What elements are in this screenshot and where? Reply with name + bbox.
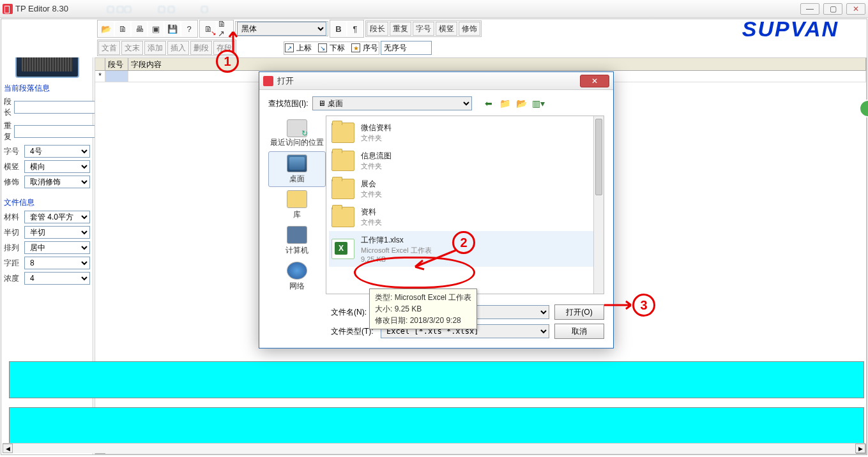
paragraph-icon[interactable]: ¶ [347,21,363,36]
insert-button[interactable]: 插入 [167,41,189,55]
dialog-app-icon [263,76,273,86]
maximize-button[interactable]: ▢ [823,3,842,15]
folder-icon [331,179,354,199]
new-folder-icon[interactable]: 📂 [515,97,528,110]
row-marker: * [95,71,105,82]
scroll-right-icon-2[interactable]: ▶ [855,444,865,453]
density-label: 浓度 [4,273,22,284]
density-select[interactable]: 4 [24,272,90,285]
preview-strip-2 [9,407,864,444]
place-computer[interactable]: 计算机 [268,223,326,258]
window-close-button[interactable]: ✕ [846,3,865,15]
folder-icon [331,207,354,227]
up-folder-icon[interactable]: 📁 [499,97,512,110]
minimize-button[interactable]: — [800,3,819,15]
align-label: 排列 [4,243,22,253]
superscript-label: 上标 [296,43,312,54]
fontsize-button[interactable]: 字号 [413,22,434,36]
subscript-checkbox[interactable]: ↘ [318,43,327,52]
mat-select[interactable]: 套管 4.0平方 [24,211,90,223]
col-content: 字段内容 [128,58,866,70]
preview-strip-1 [9,361,864,398]
spacing-label: 字距 [4,258,22,269]
app-icon [3,4,13,14]
open-file-icon[interactable]: 📂 [98,21,114,36]
subscript-label: 下标 [330,43,345,54]
font-label: 字号 [4,146,22,157]
place-desktop[interactable]: 桌面 [268,151,326,187]
file-list[interactable]: 微信资料文件夹 信息流图文件夹 展会文件夹 资料文件夹 工作簿1.xlsxMic… [326,116,604,294]
app-title: TP Editor 8.30 [15,4,68,13]
deco-label: 修饰 [4,177,22,188]
scroll-left-icon-2[interactable]: ◀ [3,444,13,453]
bold-icon[interactable]: B [331,21,346,36]
background-tabs: ▢ ▢▢▢ ▢▢ [107,4,208,13]
export-icon[interactable]: 🗎↗ [217,21,232,36]
doc-start-button[interactable]: 文首 [98,41,120,55]
doc-end-button[interactable]: 文末 [121,41,143,55]
print-icon[interactable]: 🖶 [132,21,147,36]
dialog-titlebar[interactable]: 打开 ✕ [259,72,613,90]
sequence-input[interactable] [381,41,432,55]
save-icon[interactable]: 💾 [165,21,180,36]
mat-label: 材料 [4,212,22,223]
add-button[interactable]: 添加 [144,41,166,55]
brand-logo: SUPVAN [742,17,839,41]
place-recent[interactable]: 最近访问的位置 [268,116,326,151]
list-item[interactable]: 微信资料文件夹 [329,119,601,147]
help-icon[interactable]: ? [181,21,197,36]
sequence-label: 序号 [363,43,378,54]
location-select[interactable]: 🖥 桌面 [312,96,472,110]
folder-icon [331,123,354,143]
section-current: 当前段落信息 [1,82,93,95]
excel-file-icon [331,239,354,259]
bottom-scrollbar[interactable]: ◀ ▶ [3,443,865,453]
len-label: 段长 [4,96,11,118]
file-tooltip: 类型: Microsoft Excel 工作表 大小: 9.25 KB 修改日期… [369,288,477,329]
open-button[interactable]: 打开(O) [554,304,604,320]
sequence-checkbox[interactable]: ★ [351,43,360,52]
folder-icon [331,151,354,171]
orientation-button[interactable]: 横竖 [436,22,457,36]
dir-label: 横竖 [4,161,22,172]
window-titlebar: TP Editor 8.30 ▢ ▢▢▢ ▢▢ — ▢ ✕ [0,0,868,18]
dir-select[interactable]: 横向 [24,160,90,173]
back-icon[interactable]: ⬅ [482,97,495,110]
list-item[interactable]: 信息流图文件夹 [329,147,601,175]
decoration-button[interactable]: 修饰 [459,22,480,36]
stop-icon[interactable]: ▣ [148,21,164,36]
cut-select[interactable]: 半切 [24,226,90,239]
lookup-label: 查找范围(I): [268,98,308,109]
import-icon[interactable]: 🗎↘ [201,21,216,36]
col-segno: 段号 [105,58,128,70]
toolbar-row-1: 📂 🗎 🖶 ▣ 💾 ? 🗎↘ 🗎↗ 黑体 B ¶ 段长 重复 字号 横竖 修饰 … [1,19,867,38]
repeat-button[interactable]: 重复 [390,22,411,36]
places-bar: 最近访问的位置 桌面 库 计算机 网络 [268,116,326,294]
dialog-title: 打开 [277,75,294,87]
place-network[interactable]: 网络 [268,258,326,294]
delete-seg-button[interactable]: 删段 [190,41,212,55]
deco-select[interactable]: 取消修饰 [24,176,90,188]
toolbar-row-2: 文首 文末 添加 插入 删段 存段 ↗ 上标 ↘ 下标 ★ 序号 [1,38,867,57]
font-select[interactable]: 黑体 [237,22,326,36]
cut-label: 半切 [4,227,22,238]
file-list-scrollbar[interactable] [593,116,604,294]
device-image [15,57,79,78]
list-item-excel[interactable]: 工作簿1.xlsxMicrosoft Excel 工作表9.25 KB [329,231,601,267]
place-library[interactable]: 库 [268,187,326,223]
superscript-checkbox[interactable]: ↗ [285,43,294,52]
seglen-button[interactable]: 段长 [367,22,388,36]
font-select-left[interactable]: 4号 [24,145,90,158]
rep-label: 重复 [4,121,11,142]
list-item[interactable]: 展会文件夹 [329,175,601,203]
list-item[interactable]: 资料文件夹 [329,203,601,231]
save-seg-button[interactable]: 存段 [213,41,235,55]
grid-header: 段号 字段内容 [95,58,866,71]
new-file-icon[interactable]: 🗎 [115,21,130,36]
dialog-close-button[interactable]: ✕ [580,75,609,87]
align-select[interactable]: 居中 [24,241,90,254]
view-menu-icon[interactable]: ▥▾ [532,97,545,110]
cancel-button[interactable]: 取消 [554,324,604,339]
section-file: 文件信息 [1,196,93,209]
spacing-select[interactable]: 8 [24,257,90,269]
